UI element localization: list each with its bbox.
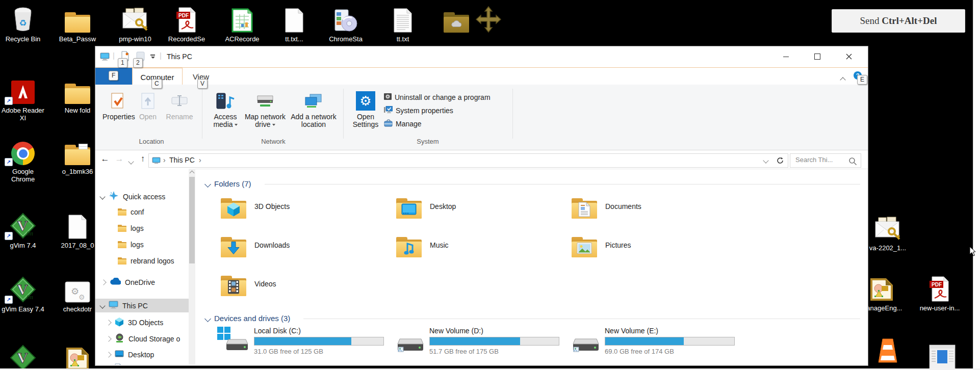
desktop-icon-app-window-partial[interactable] xyxy=(917,345,968,370)
desktop-icon-new-user-pdf[interactable]: PDF new-user-in... xyxy=(914,273,965,312)
add-network-location-button[interactable]: Add a network location xyxy=(288,89,339,128)
up-button[interactable]: ↑ xyxy=(137,154,148,164)
folder-tile-3d-objects[interactable]: 3D Objects xyxy=(221,198,290,219)
chevron-expanded-icon[interactable] xyxy=(99,194,105,199)
section-collapse-icon[interactable] xyxy=(204,315,211,322)
desktop-icon-chromesta-installer[interactable]: ChromeSta xyxy=(320,4,371,43)
nav-logs-1[interactable]: logs xyxy=(95,221,195,235)
nav-quick-access[interactable]: Quick access xyxy=(95,190,194,203)
file-explorer-window: | | This PC Computer View ? 1 2 F C V E xyxy=(95,46,868,366)
button-label: Uninstall or change a program xyxy=(395,93,491,101)
recent-locations-dropdown[interactable] xyxy=(129,157,133,165)
breadcrumb-chevron[interactable]: › xyxy=(199,156,201,164)
qat-customize-dropdown[interactable] xyxy=(150,55,155,59)
desktop-icon-va2202[interactable]: va-2202_1... xyxy=(862,213,913,252)
folder-icon xyxy=(396,237,422,257)
scroll-up-icon[interactable] xyxy=(190,171,195,176)
drive-tile-e[interactable]: New Volume (E:) 69.0 GB free of 174 GB xyxy=(567,326,735,356)
button-label: Rename xyxy=(163,113,196,121)
document-icon xyxy=(578,202,590,217)
nav-scrollbar-thumb[interactable] xyxy=(189,177,195,263)
access-media-button[interactable]: Access media xyxy=(209,89,242,128)
disk-usage-bar xyxy=(605,337,735,346)
chevron-collapsed-icon[interactable] xyxy=(106,336,111,341)
refresh-button[interactable] xyxy=(772,153,788,168)
devices-section-header[interactable]: Devices and drives (3) xyxy=(214,314,290,323)
map-network-drive-button[interactable]: Map network drive xyxy=(244,89,286,128)
chevron-collapsed-icon[interactable] xyxy=(106,352,111,357)
nav-scrollbar[interactable] xyxy=(189,169,195,365)
collapse-ribbon-icon[interactable] xyxy=(841,75,845,84)
nav-onedrive[interactable]: OneDrive xyxy=(95,275,195,289)
open-settings-button[interactable]: ⚙ Open Settings xyxy=(349,89,382,128)
folder-tile-music[interactable]: Music xyxy=(396,237,449,257)
desktop-icon-acrecorde-calc[interactable]: ACRecorde xyxy=(217,4,268,43)
viewer-scrollbar[interactable] xyxy=(973,0,980,368)
properties-button[interactable]: Properties xyxy=(102,89,132,121)
nav-desktop[interactable]: Desktop xyxy=(95,348,195,361)
folder-tile-documents[interactable]: Documents xyxy=(572,198,641,219)
desktop-icon-pmp-win10[interactable]: pmp-win10 xyxy=(110,4,161,43)
rename-button[interactable]: Rename xyxy=(163,89,196,121)
chevron-collapsed-icon[interactable] xyxy=(106,320,111,325)
desktop-icon-move-arrows[interactable] xyxy=(463,4,514,33)
keytip-view: V xyxy=(197,79,208,89)
keytip-file: F xyxy=(109,71,118,81)
close-button[interactable] xyxy=(836,46,862,67)
chevron-expanded-icon[interactable] xyxy=(99,303,105,308)
drive-tile-d[interactable]: New Volume (D:) 51.7 GB free of 175 GB xyxy=(392,326,559,356)
desktop-icon-adobe-reader[interactable]: ↗ Adobe Reader XI xyxy=(0,75,48,122)
desktop-icon-label: new-user-in... xyxy=(914,304,965,312)
nav-conf[interactable]: conf xyxy=(95,205,195,219)
nav-cloud-storage[interactable]: Cloud Storage o xyxy=(95,332,195,346)
address-bar[interactable]: › This PC › xyxy=(148,153,760,168)
send-ctrl-alt-del-button[interactable]: Send Ctrl+Alt+Del xyxy=(832,9,965,33)
section-collapse-icon[interactable] xyxy=(204,181,211,188)
title-bar[interactable]: | | This PC xyxy=(95,46,868,67)
breadcrumb-chevron[interactable]: › xyxy=(163,156,166,164)
desktop-icon-google-chrome[interactable]: ↗ Google Chrome xyxy=(0,137,48,183)
minimize-button[interactable] xyxy=(773,46,798,67)
nav-documents[interactable]: Documents xyxy=(95,362,195,365)
desktop-icon-ttxt2[interactable]: tt.txt xyxy=(377,4,428,43)
search-box[interactable] xyxy=(790,153,861,168)
breadcrumb-this-pc[interactable]: This PC xyxy=(169,156,195,164)
desktop-icon-gvim[interactable]: Vim↗ gVim 7.4 xyxy=(0,210,48,249)
folder-tile-pictures[interactable]: Pictures xyxy=(572,237,631,257)
drive-tile-c[interactable]: Local Disk (C:) 31.0 GB free of 125 GB xyxy=(216,326,384,356)
folder-tile-desktop[interactable]: Desktop xyxy=(396,198,456,219)
maximize-button[interactable] xyxy=(805,46,830,67)
folder-icon xyxy=(118,241,126,248)
open-button[interactable]: Open xyxy=(134,89,162,121)
desktop-icon-gvim-easy[interactable]: Vim↗ gVim Easy 7.4 xyxy=(0,274,48,313)
desktop-icon-vim-partial[interactable]: V xyxy=(0,342,48,370)
nav-3d-objects[interactable]: 3D Objects xyxy=(95,315,195,329)
back-button[interactable]: ← xyxy=(99,154,111,164)
desktop-icon-ttxt1[interactable]: tt.txt... xyxy=(269,4,320,43)
forward-button[interactable]: → xyxy=(114,154,125,164)
system-drive-icon xyxy=(216,326,250,356)
folder-tile-videos[interactable]: Videos xyxy=(221,276,276,296)
text-document-icon xyxy=(377,4,428,33)
shortcut-arrow-icon: ↗ xyxy=(5,97,13,105)
address-history-dropdown[interactable] xyxy=(759,153,773,168)
nav-rebrand-logos[interactable]: rebrand logos xyxy=(95,254,195,268)
nav-logs-2[interactable]: logs xyxy=(95,237,195,251)
system-properties-button[interactable]: System properties xyxy=(384,105,453,116)
manage-button[interactable]: Manage xyxy=(384,118,422,129)
nav-this-pc[interactable]: This PC xyxy=(95,299,194,312)
search-input[interactable] xyxy=(794,155,847,164)
desktop-icon-recordedse-pdf[interactable]: PDF RecordedSe xyxy=(161,4,212,43)
this-pc-icon xyxy=(100,52,110,62)
folder-tile-downloads[interactable]: Downloads xyxy=(221,237,290,257)
chevron-collapsed-icon[interactable] xyxy=(100,279,106,285)
uninstall-program-button[interactable]: Uninstall or change a program xyxy=(384,92,491,103)
folder-icon xyxy=(118,225,126,232)
tile-label: Desktop xyxy=(430,198,456,219)
tile-label: Pictures xyxy=(605,237,631,257)
desktop-icon-beta-passw[interactable]: Beta_Passw xyxy=(52,4,103,43)
desktop-icon-recycle-bin[interactable]: ♻ Recycle Bin xyxy=(0,4,48,43)
desktop-icon-vlc-partial[interactable] xyxy=(862,338,913,370)
uninstall-icon xyxy=(384,93,392,101)
folders-section-header[interactable]: Folders (7) xyxy=(214,179,251,188)
